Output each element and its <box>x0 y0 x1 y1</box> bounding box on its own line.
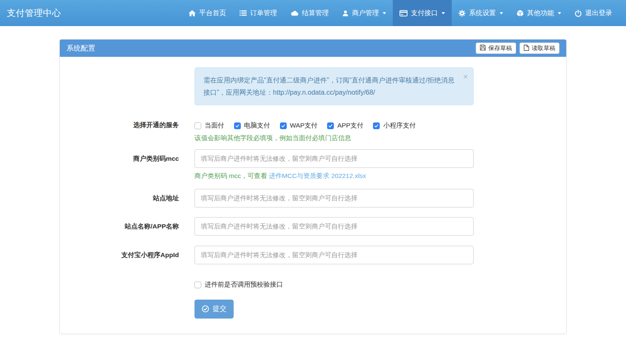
save-icon <box>480 45 486 52</box>
field-label: 商户类别码mcc <box>66 149 194 163</box>
site-url-input[interactable] <box>194 189 474 207</box>
site-url-row: 站点地址 <box>66 189 560 207</box>
nav-item-system-settings[interactable]: 系统设置 <box>452 0 510 26</box>
checkbox-app-pay[interactable]: APP支付 <box>327 121 363 130</box>
precheck-row: 进件前是否调用预校验接口 <box>194 280 560 290</box>
panel-body: 需在应用内绑定产品“直付通二级商户进件”，订阅“直付通商户进件审核通过/拒绝消息… <box>60 57 566 334</box>
nav-item-label: 退出登录 <box>585 9 612 18</box>
panel-actions: 保存草稿 读取草稿 <box>476 43 559 54</box>
checkbox-label: APP支付 <box>337 121 363 130</box>
services-help-text: 该值会影响其他字段必填项，例如当面付必填门店信息 <box>194 133 474 143</box>
info-alert: 需在应用内绑定产品“直付通二级商户进件”，订阅“直付通商户进件审核通过/拒绝消息… <box>194 67 474 105</box>
system-config-panel: 系统配置 保存草稿 读取草稿 需 <box>59 39 567 334</box>
site-name-row: 站点名称/APP名称 <box>66 217 560 236</box>
checkbox-label: 进件前是否调用预校验接口 <box>205 280 283 289</box>
nav-item-label: 结算管理 <box>302 9 329 18</box>
mcc-help-prefix: 商户类别码 mcc，可查看 <box>194 172 269 179</box>
checkbox-box <box>234 122 241 129</box>
checkbox-label: 小程序支付 <box>383 121 416 130</box>
checkbox-box <box>327 122 334 129</box>
site-name-input[interactable] <box>194 217 474 236</box>
checkbox-label: WAP支付 <box>290 121 318 130</box>
save-draft-button[interactable]: 保存草稿 <box>476 43 516 54</box>
alert-text: 需在应用内绑定产品“直付通二级商户进件”，订阅“直付通商户进件审核通过/拒绝消息… <box>203 77 454 96</box>
brand-title: 支付管理中心 <box>0 0 68 26</box>
services-checkbox-group: 当面付 电脑支付 WAP支付 APP支付 <box>194 121 474 130</box>
caret-down-icon <box>383 12 386 14</box>
nav-item-other-functions[interactable]: 其他功能 <box>510 0 568 26</box>
checkbox-label: 当面付 <box>205 121 224 130</box>
nav-item-label: 订单管理 <box>250 9 277 18</box>
checkbox-box <box>194 122 201 129</box>
checkbox-wap-pay[interactable]: WAP支付 <box>280 121 318 130</box>
panel-header: 系统配置 保存草稿 读取草稿 <box>60 40 566 57</box>
checkbox-box <box>194 282 201 288</box>
cloud-icon <box>290 10 298 16</box>
nav-item-payment-api[interactable]: 支付接口 <box>393 0 452 26</box>
mcc-help-text: 商户类别码 mcc，可查看 进件MCC与资质要求 202212.xlsx <box>194 171 474 181</box>
alipay-appid-input[interactable] <box>194 246 474 264</box>
checkbox-precheck[interactable]: 进件前是否调用预校验接口 <box>194 280 283 289</box>
nav-item-label: 支付接口 <box>411 9 438 18</box>
nav-item-merchants[interactable]: 商户管理 <box>336 0 393 26</box>
field-label: 支付宝小程序AppId <box>66 246 194 260</box>
submit-button[interactable]: 提交 <box>194 300 234 319</box>
nav-item-orders[interactable]: 订单管理 <box>233 0 284 26</box>
services-row: 选择开通的服务 当面付 电脑支付 WAP支付 <box>66 121 560 143</box>
power-icon <box>575 10 582 17</box>
alert-close-button[interactable]: × <box>463 72 468 81</box>
nav-item-settlement[interactable]: 结算管理 <box>284 0 336 26</box>
list-icon <box>240 10 247 16</box>
field-label: 站点地址 <box>66 189 194 203</box>
gear-icon <box>458 10 466 17</box>
alipay-appid-row: 支付宝小程序AppId <box>66 246 560 264</box>
field-label: 选择开通的服务 <box>66 121 194 130</box>
caret-down-icon <box>500 12 503 14</box>
field-label: 站点名称/APP名称 <box>66 217 194 231</box>
check-circle-icon <box>202 305 209 313</box>
mcc-input[interactable] <box>194 149 474 168</box>
checkbox-mini-program-pay[interactable]: 小程序支付 <box>373 121 416 130</box>
checkbox-face-to-face-pay[interactable]: 当面付 <box>194 121 224 130</box>
load-draft-label: 读取草稿 <box>532 45 555 52</box>
file-icon <box>524 45 529 52</box>
mcc-row: 商户类别码mcc 商户类别码 mcc，可查看 进件MCC与资质要求 202212… <box>66 149 560 181</box>
user-icon <box>342 10 349 16</box>
caret-down-icon <box>442 12 445 14</box>
top-navbar: 支付管理中心 平台首页 订单管理 <box>0 0 626 26</box>
load-draft-button[interactable]: 读取草稿 <box>519 43 559 54</box>
main-nav: 平台首页 订单管理 结算管理 <box>182 0 626 26</box>
mcc-requirements-link[interactable]: 进件MCC与资质要求 202212.xlsx <box>269 172 366 179</box>
nav-item-logout[interactable]: 退出登录 <box>568 0 619 26</box>
home-icon <box>189 10 196 16</box>
credit-card-icon <box>400 10 408 16</box>
checkbox-box <box>373 122 380 129</box>
close-icon: × <box>463 72 468 81</box>
checkbox-pc-pay[interactable]: 电脑支付 <box>234 121 270 130</box>
nav-item-label: 其他功能 <box>527 9 554 18</box>
caret-down-icon <box>558 12 561 14</box>
nav-item-label: 商户管理 <box>352 9 379 18</box>
page-title: 系统配置 <box>67 43 95 53</box>
nav-item-label: 系统设置 <box>469 9 496 18</box>
save-draft-label: 保存草稿 <box>488 45 512 52</box>
checkbox-label: 电脑支付 <box>244 121 270 130</box>
nav-item-home[interactable]: 平台首页 <box>182 0 233 26</box>
checkbox-box <box>280 122 287 129</box>
submit-label: 提交 <box>213 304 226 314</box>
cube-icon <box>517 10 524 17</box>
nav-item-label: 平台首页 <box>199 9 226 18</box>
